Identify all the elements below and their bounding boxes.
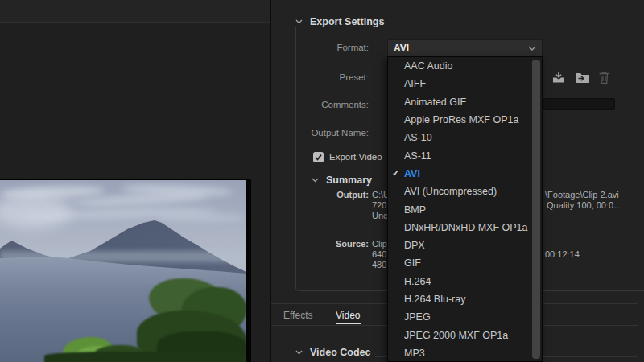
export-video-checkbox[interactable] xyxy=(313,152,324,162)
summary-title: Summary xyxy=(326,175,372,186)
dropdown-item[interactable]: AS-10 xyxy=(388,129,542,146)
preview-panel-header xyxy=(0,0,270,22)
preset-label: Preset: xyxy=(292,72,369,82)
dropdown-item[interactable]: AS-11 xyxy=(388,146,542,164)
video-codec-header[interactable]: Video Codec xyxy=(291,347,375,358)
dropdown-item-label: AVI xyxy=(404,168,420,179)
source-clip-fragment: Clip xyxy=(372,239,387,249)
format-select-value: AVI xyxy=(394,43,409,54)
dropdown-item-label: Apple ProRes MXF OP1a xyxy=(404,114,518,125)
foliage xyxy=(44,352,246,362)
divider xyxy=(0,22,270,23)
dropdown-item[interactable]: H.264 Blu-ray xyxy=(388,290,542,308)
format-select[interactable]: AVI xyxy=(387,39,543,56)
dropdown-item[interactable]: ✓AVI xyxy=(388,165,542,183)
format-dropdown-list: AAC AudioAIFFAnimated GIFApple ProRes MX… xyxy=(387,56,543,362)
export-settings-panel: Export Settings Format: Preset: Comments… xyxy=(271,0,644,362)
dropdown-item[interactable]: JPEG xyxy=(388,308,542,326)
dropdown-item-label: JPEG 2000 MXF OP1a xyxy=(404,330,508,341)
dropdown-item[interactable]: Apple ProRes MXF OP1a xyxy=(388,111,542,129)
dropdown-item-label: AVI (Uncompressed) xyxy=(404,186,497,197)
source-res-fragment: 640 xyxy=(372,249,386,259)
dropdown-scrollbar[interactable] xyxy=(532,60,540,359)
output-quality-fragment-right: Quality 100, 00:0… xyxy=(547,200,622,210)
tab-video[interactable]: Video xyxy=(336,310,360,321)
output-label: Output: xyxy=(292,190,369,200)
dropdown-item-label: JPEG xyxy=(404,311,431,323)
dropdown-item-label: AS-11 xyxy=(404,150,431,162)
dropdown-item[interactable]: AIFF xyxy=(388,75,542,93)
output-codec-fragment: Unc xyxy=(372,211,388,220)
source-res-fragment-2: 480 xyxy=(372,260,386,269)
dropdown-item-label: DPX xyxy=(404,240,425,251)
dropdown-item-label: H.264 Blu-ray xyxy=(404,294,465,305)
tab-effects[interactable]: Effects xyxy=(283,310,312,321)
summary-header[interactable]: Summary xyxy=(307,175,377,186)
dropdown-item[interactable]: AAC Audio xyxy=(388,57,542,75)
premiere-export-window: Export Settings Format: Preset: Comments… xyxy=(0,0,644,362)
dropdown-item-label: GIF xyxy=(404,257,421,269)
dropdown-item-label: AAC Audio xyxy=(404,60,452,72)
dropdown-item[interactable]: AVI (Uncompressed) xyxy=(388,183,542,200)
dropdown-item[interactable]: DNxHR/DNxHD MXF OP1a xyxy=(388,219,542,237)
delete-preset-icon xyxy=(598,71,613,84)
landscape-scene xyxy=(0,180,246,362)
export-settings-title: Export Settings xyxy=(310,16,384,27)
dropdown-item[interactable]: GIF xyxy=(388,254,542,272)
dropdown-item-label: Animated GIF xyxy=(404,97,466,108)
dropdown-item[interactable]: Animated GIF xyxy=(388,93,542,111)
active-tab-underline xyxy=(336,323,361,324)
import-preset-icon[interactable] xyxy=(575,71,589,84)
dropdown-item[interactable]: DPX xyxy=(388,237,542,254)
output-res-fragment: 720 xyxy=(372,200,386,210)
video-codec-title: Video Codec xyxy=(310,347,370,358)
dropdown-item[interactable]: JPEG 2000 MXF OP1a xyxy=(388,326,542,343)
cloud xyxy=(157,214,246,221)
dropdown-item[interactable]: BMP xyxy=(388,200,542,218)
dropdown-item[interactable]: H.264 xyxy=(388,273,542,290)
chevron-down-icon[interactable] xyxy=(295,19,303,24)
output-path-fragment-right: \Footage\Clip 2.avi xyxy=(545,190,619,200)
source-duration-fragment: 00:12:14 xyxy=(545,249,580,259)
dropdown-item-label: MP3 xyxy=(404,348,425,359)
dropdown-item-label: AIFF xyxy=(404,78,426,89)
save-preset-icon[interactable] xyxy=(551,71,566,84)
output-name-label: Output Name: xyxy=(292,128,369,138)
export-video-label: Export Video xyxy=(329,152,382,162)
dropdown-item-label: AS-10 xyxy=(404,132,432,143)
source-label: Source: xyxy=(292,239,369,249)
chevron-down-icon xyxy=(528,46,536,51)
comments-label: Comments: xyxy=(292,100,369,109)
check-icon: ✓ xyxy=(392,168,404,179)
dropdown-item-label: DNxHR/DNxHD MXF OP1a xyxy=(404,222,528,233)
format-label: Format: xyxy=(292,43,369,52)
export-settings-header[interactable]: Export Settings xyxy=(291,16,389,27)
dropdown-item-label: H.264 xyxy=(404,276,431,287)
preview-letterbox-bar xyxy=(246,179,251,362)
chevron-down-icon[interactable] xyxy=(312,178,319,183)
chevron-down-icon[interactable] xyxy=(295,350,303,355)
video-preview-image xyxy=(0,179,246,362)
dropdown-item-label: BMP xyxy=(404,204,426,216)
dropdown-item[interactable]: MP3 xyxy=(388,344,542,362)
dropdown-items: AAC AudioAIFFAnimated GIFApple ProRes MX… xyxy=(388,57,542,362)
